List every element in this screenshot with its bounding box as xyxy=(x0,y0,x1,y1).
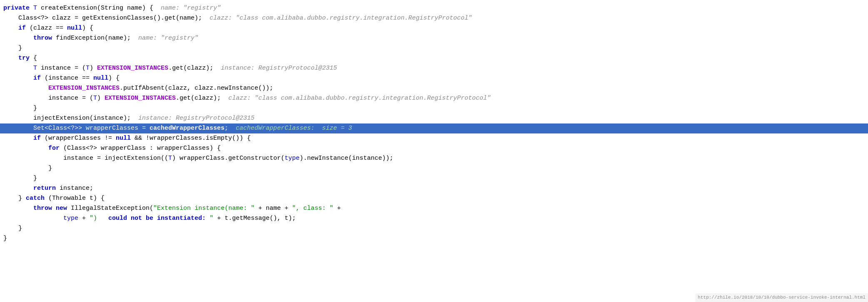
code-viewer: private T createExtension(String name) {… xyxy=(0,0,868,247)
code-line: Class<?> clazz = getExtensionClasses().g… xyxy=(0,13,868,23)
code-line: } catch (Throwable t) { xyxy=(0,194,868,204)
code-line: T instance = (T) EXTENSION_INSTANCES.get… xyxy=(0,63,868,73)
code-line: throw new IllegalStateException("Extensi… xyxy=(0,204,868,214)
code-line: } xyxy=(0,174,868,184)
code-line: if (wrapperClasses != null && !wrapperCl… xyxy=(0,133,868,143)
code-line: type + ") could not be instantiated: " +… xyxy=(0,214,868,224)
code-line: try { xyxy=(0,53,868,63)
code-line: EXTENSION_INSTANCES.putIfAbsent(clazz, c… xyxy=(0,83,868,93)
code-line: for (Class<?> wrapperClass : wrapperClas… xyxy=(0,143,868,154)
code-line: } xyxy=(0,164,868,174)
code-line: } xyxy=(0,43,868,53)
code-line: instance = injectExtension((T) wrapperCl… xyxy=(0,154,868,164)
code-line: injectExtension(instance); instance: Reg… xyxy=(0,113,868,123)
code-line: if (instance == null) { xyxy=(0,73,868,83)
code-line: return instance; xyxy=(0,184,868,194)
code-line: Set<Class<?>> wrapperClasses = cachedWra… xyxy=(0,123,868,133)
code-line: if (clazz == null) { xyxy=(0,23,868,33)
code-line: private T createExtension(String name) {… xyxy=(0,3,868,13)
code-line: instance = (T) EXTENSION_INSTANCES.get(c… xyxy=(0,93,868,103)
code-line: } xyxy=(0,103,868,113)
code-line: } xyxy=(0,224,868,234)
code-line: } xyxy=(0,234,868,244)
code-line: throw findException(name); name: "regist… xyxy=(0,33,868,43)
